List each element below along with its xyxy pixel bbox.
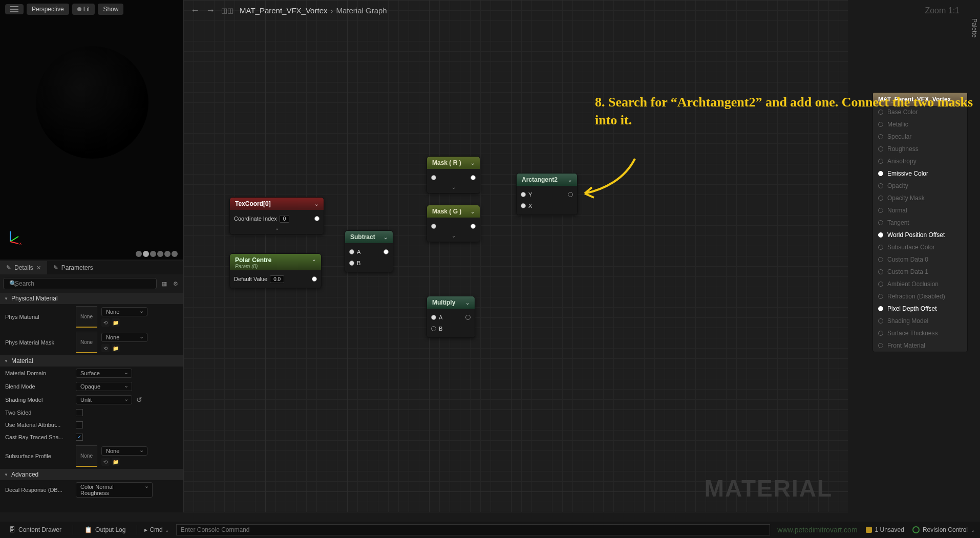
breadcrumb[interactable]: MAT_Parent_VFX_Vortex›Material Graph — [240, 6, 387, 15]
output-pin-row[interactable]: Tangent — [873, 217, 967, 229]
output-pin-row[interactable]: Front Material — [873, 339, 967, 352]
asset-thumbnail[interactable]: None — [76, 332, 97, 353]
use-asset-icon[interactable]: ⟲ — [101, 344, 110, 352]
phys-material-dropdown[interactable]: None — [101, 307, 147, 316]
output-pin-row[interactable]: Emissive Color — [873, 167, 967, 180]
chevron-down-icon[interactable]: ⌄ — [384, 234, 388, 240]
node-mask-g[interactable]: Mask ( G )⌄ ⌄ — [427, 205, 480, 242]
section-advanced[interactable]: Advanced — [0, 469, 183, 480]
console-command-input[interactable] — [176, 524, 770, 535]
material-preview-sphere[interactable] — [36, 46, 148, 159]
output-pin-row[interactable]: Surface Thickness — [873, 327, 967, 339]
tab-details[interactable]: ✎ Details ✕ — [0, 261, 47, 274]
output-pin-row[interactable]: Pixel Depth Offset — [873, 303, 967, 315]
input-pin[interactable] — [431, 326, 436, 331]
decal-dropdown[interactable]: Color Normal Roughness — [76, 482, 153, 498]
chevron-down-icon[interactable]: ⌄ — [471, 209, 475, 214]
output-pin-row[interactable]: Refraction (Disabled) — [873, 290, 967, 303]
nav-forward-button[interactable]: → — [206, 5, 215, 16]
blend-mode-dropdown[interactable]: Opaque — [76, 382, 132, 391]
use-asset-icon[interactable]: ⟲ — [101, 318, 110, 327]
output-pin-row[interactable]: World Position Offset — [873, 229, 967, 241]
phys-mask-dropdown[interactable]: None — [101, 333, 147, 342]
chevron-down-icon[interactable]: ⌄ — [314, 201, 318, 207]
palette-tab[interactable]: Palette — [970, 15, 979, 40]
output-pin-row[interactable]: Roughness — [873, 143, 967, 155]
output-pin-row[interactable]: Subsurface Color — [873, 241, 967, 253]
node-arctangent2[interactable]: Arctangent2⌄ Y X — [516, 173, 578, 215]
output-pin[interactable] — [568, 192, 573, 197]
input-pin[interactable] — [521, 192, 526, 197]
grid-button[interactable]: ▦ — [160, 279, 169, 288]
section-physical-material[interactable]: Physical Material — [0, 293, 183, 304]
unsaved-button[interactable]: 1 Unsaved — [866, 526, 904, 533]
value-input[interactable]: 0 — [280, 215, 290, 223]
search-input[interactable] — [3, 278, 157, 289]
output-pin-row[interactable]: Custom Data 0 — [873, 253, 967, 266]
output-pin[interactable] — [314, 216, 319, 221]
chevron-down-icon[interactable]: ⌄ — [568, 177, 572, 183]
lit-button[interactable]: Lit — [72, 4, 95, 15]
viewport-menu-button[interactable] — [5, 4, 24, 14]
use-attributes-checkbox[interactable] — [76, 421, 83, 428]
perspective-button[interactable]: Perspective — [27, 4, 69, 15]
output-pin-row[interactable]: Opacity — [873, 180, 967, 192]
output-pin-row[interactable]: Custom Data 1 — [873, 266, 967, 278]
input-pin[interactable] — [431, 315, 436, 320]
node-subtract[interactable]: Subtract⌄ A B — [345, 230, 393, 272]
output-pin[interactable] — [471, 224, 476, 229]
section-material[interactable]: Material — [0, 355, 183, 367]
expand-icon[interactable]: ⌄ — [431, 183, 476, 190]
browse-asset-icon[interactable]: 📁 — [112, 318, 120, 327]
cmd-dropdown[interactable]: ▸Cmd⌄ — [144, 526, 168, 533]
output-pin[interactable] — [384, 249, 389, 254]
input-pin[interactable] — [349, 261, 354, 266]
chevron-down-icon[interactable]: ⌄ — [312, 256, 316, 264]
input-pin[interactable] — [521, 203, 526, 208]
material-output-node[interactable]: MAT_Parent_VFX_Vortex Base ColorMetallic… — [872, 92, 968, 352]
input-pin[interactable] — [431, 224, 436, 229]
shading-model-dropdown[interactable]: Unlit — [76, 395, 132, 404]
two-sided-checkbox[interactable] — [76, 409, 83, 416]
output-pin[interactable] — [471, 175, 476, 180]
reset-icon[interactable]: ↺ — [136, 396, 142, 404]
settings-button[interactable]: ⚙ — [171, 279, 180, 288]
output-pin-row[interactable]: Specular — [873, 131, 967, 143]
asset-thumbnail[interactable]: None — [76, 306, 97, 328]
browse-asset-icon[interactable]: 📁 — [112, 344, 120, 352]
output-pin[interactable] — [465, 315, 471, 320]
output-pin[interactable] — [312, 276, 317, 282]
pin-label: Opacity Mask — [887, 195, 925, 202]
material-graph[interactable]: MATERIAL TexCoord[0]⌄ Coordinate Index 0… — [183, 0, 848, 512]
chevron-down-icon[interactable]: ⌄ — [471, 160, 475, 166]
node-polar-centre[interactable]: Polar Centre⌄ Param (0) Default Value 0.… — [229, 253, 322, 288]
output-pin-row[interactable]: Shading Model — [873, 315, 967, 327]
preview-shape-toggles[interactable] — [136, 251, 178, 257]
material-domain-dropdown[interactable]: Surface — [76, 369, 132, 378]
revision-control-button[interactable]: Revision Control⌄ — [912, 526, 975, 533]
use-asset-icon[interactable]: ⟲ — [101, 458, 110, 466]
value-input[interactable]: 0.0 — [270, 275, 284, 283]
output-pin-row[interactable]: Normal — [873, 204, 967, 217]
close-icon[interactable]: ✕ — [36, 265, 41, 271]
asset-thumbnail[interactable]: None — [76, 445, 97, 467]
output-log-button[interactable]: 📋Output Log — [80, 524, 130, 535]
expand-icon[interactable]: ⌄ — [431, 232, 476, 239]
chevron-down-icon[interactable]: ⌄ — [465, 300, 470, 306]
node-multiply[interactable]: Multiply⌄ A B — [427, 296, 475, 338]
subsurface-dropdown[interactable]: None — [101, 446, 147, 456]
output-pin-row[interactable]: Opacity Mask — [873, 192, 967, 204]
output-pin-row[interactable]: Anisotropy — [873, 155, 967, 167]
node-texcoord[interactable]: TexCoord[0]⌄ Coordinate Index 0 ⌄ — [229, 197, 324, 234]
browse-asset-icon[interactable]: 📁 — [112, 458, 120, 466]
show-button[interactable]: Show — [98, 4, 123, 15]
nav-back-button[interactable]: ← — [190, 5, 200, 16]
content-drawer-button[interactable]: 🗄Content Drawer — [5, 524, 66, 535]
cast-ray-checkbox[interactable] — [76, 434, 83, 441]
tab-parameters[interactable]: ✎ Parameters — [47, 261, 99, 274]
node-mask-r[interactable]: Mask ( R )⌄ ⌄ — [427, 156, 480, 193]
input-pin[interactable] — [349, 249, 354, 254]
expand-icon[interactable]: ⌄ — [234, 224, 319, 231]
output-pin-row[interactable]: Ambient Occlusion — [873, 278, 967, 290]
input-pin[interactable] — [431, 175, 436, 180]
